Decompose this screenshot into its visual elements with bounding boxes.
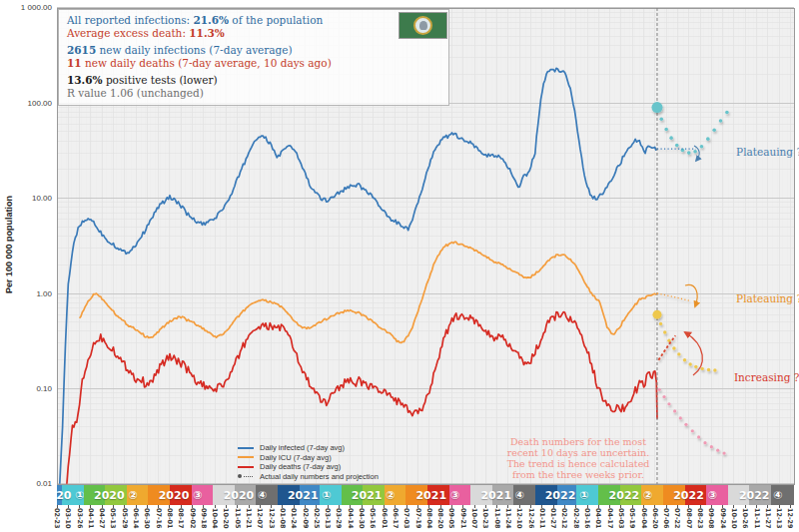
y-axis-tick-label: 10.00 (32, 194, 53, 203)
x-axis-date-label: 10-04 (211, 508, 219, 528)
quarter-band-label: 2020 ③ (148, 485, 213, 505)
quarter-band-label: 2021 ④ (470, 485, 535, 505)
legend-item: Actual daily numbers and projection (238, 472, 379, 482)
x-axis-date-label: 10-26 (741, 508, 749, 528)
x-axis-date-label: 02-12 (560, 508, 568, 528)
summary-panel: All reported infections: 21.6% of the po… (58, 9, 449, 106)
reported-infections-value: 21.6% (193, 14, 229, 26)
latest-daily-icu-dot (652, 310, 661, 319)
x-axis-date-label: 09-24 (719, 508, 727, 528)
icu-actual-projection-dot (663, 330, 666, 333)
y-axis-tick-label: 1 000.00 (21, 3, 53, 12)
reported-infections-text: All reported infections: (67, 14, 193, 26)
deaths-actual-projection-dot (710, 445, 713, 448)
excess-death-value: 11.3% (189, 27, 225, 39)
infections-actual-projection-dot (693, 150, 697, 154)
legend-swatch-icon (238, 474, 255, 478)
x-axis-date-label: 09-21 (459, 508, 467, 528)
x-axis-date-label: 02-28 (572, 508, 580, 528)
chart-legend: Daily infected (7-day avg)Daily ICU (7-d… (238, 443, 379, 481)
x-axis-date-label: 08-17 (177, 508, 185, 528)
deaths-actual-projection-dot (667, 402, 670, 405)
infections-actual-projection-dot (700, 145, 704, 149)
x-axis-date-label: 06-17 (392, 508, 400, 528)
legend-swatch-icon (238, 466, 255, 468)
washington-flag-icon (399, 12, 447, 39)
deaths-actual-projection-dot (716, 449, 719, 452)
quarter-band-label: 2021 ② (342, 485, 405, 505)
x-axis-date-label: 09-18 (200, 508, 208, 528)
x-axis-date-label: 02-25 (313, 508, 321, 528)
deaths-actual-projection-dot (662, 395, 665, 398)
x-axis-date-label: 05-16 (369, 508, 377, 528)
x-axis-date-label: 06-14 (132, 508, 140, 528)
icu-actual-projection-dot (677, 352, 680, 355)
positive-tests-line: 13.6% positive tests (lower) (67, 74, 440, 87)
deaths-actual-projection-dot (691, 429, 694, 432)
icu-actual-projection-dot (683, 358, 686, 361)
y-axis-tick-label: 1.00 (36, 289, 52, 298)
deaths-actual-projection-dot (679, 416, 682, 419)
deaths-actual-projection-dot (684, 423, 687, 426)
x-axis-date-label: 03-26 (76, 508, 84, 528)
infections-actual-projection-dot (712, 128, 716, 132)
deaths-actual-projection-dot (703, 441, 706, 444)
infections-actual-projection-dot (664, 128, 668, 132)
x-axis-date-label: 10-20 (222, 508, 230, 528)
x-axis-date-label: 09-05 (447, 508, 455, 528)
positive-tests-text: positive tests (lower) (103, 74, 218, 86)
x-axis-date-label: 10-23 (481, 508, 489, 528)
quarter-band-label: 2022 ① (535, 485, 599, 505)
latest-daily-infections-dot (651, 102, 662, 113)
quarter-band-label: 20 ① (57, 485, 84, 505)
x-axis-date-label: 11-08 (493, 508, 501, 528)
infections-actual-projection-dot (659, 117, 663, 121)
legend-swatch-icon (238, 447, 255, 449)
legend-item: Daily infected (7-day avg) (238, 443, 379, 453)
r-value-line: R value 1.06 (unchanged) (67, 87, 440, 100)
legend-swatch-icon (238, 456, 255, 458)
daily-infections-text: new daily infections (7-day average) (96, 44, 292, 56)
x-axis-date-label: 03-10 (64, 508, 72, 528)
quarter-band-label: 2022 ④ (728, 485, 794, 505)
daily-deaths-line: 11 new daily deaths (7-day average, 10 d… (67, 57, 440, 70)
x-axis-date-label: 04-01 (594, 508, 602, 528)
reported-infections-line: All reported infections: 21.6% of the po… (67, 14, 440, 27)
y-axis-tick-label: 0.10 (36, 384, 52, 393)
x-axis-date-label: 04-14 (347, 508, 355, 528)
x-axis-date-label: 02-23 (53, 508, 61, 528)
x-axis-date-label: 11-11 (753, 508, 761, 528)
x-axis-date-label: 06-20 (651, 508, 659, 528)
x-axis-date-label: 05-19 (628, 508, 636, 528)
x-axis-date-label: 12-29 (786, 508, 794, 528)
deaths-trend-label: Increasing ? (734, 371, 799, 383)
icu-actual-projection-dot (659, 322, 662, 325)
x-axis-date-label: 12-23 (268, 508, 276, 528)
x-axis-date-label: 05-13 (109, 508, 117, 528)
excess-death-line: Average excess death: 11.3% (67, 27, 440, 40)
quarter-band-axis: 20 ①2020 ②2020 ③2020 ④2021 ①2021 ②2021 ③… (0, 485, 799, 505)
icu-actual-projection-dot (700, 367, 703, 370)
y-axis-title: Per 100 000 population (4, 170, 14, 319)
legend-label: Daily ICU (7-day avg) (260, 453, 332, 462)
x-axis-date-label: 11-27 (764, 508, 772, 528)
x-axis-date-label: 12-07 (256, 508, 264, 528)
daily-deaths-value: 11 (67, 57, 82, 69)
x-axis-date-label: 08-04 (425, 508, 433, 528)
x-axis-date-label: 09-08 (707, 508, 715, 528)
deaths-actual-projection-dot (673, 409, 676, 412)
x-axis-date-label: 04-17 (606, 508, 614, 528)
x-axis-date-label: 10-10 (730, 508, 738, 528)
date-axis: 02-2303-1003-2604-1104-2705-1305-2906-14… (0, 505, 799, 532)
quarter-band-label: 2021 ① (278, 485, 342, 505)
x-axis-date-label: 01-08 (279, 508, 287, 528)
icu-actual-projection-dot (672, 346, 675, 349)
quarter-band-label: 2020 ② (84, 485, 148, 505)
x-axis-date-label: 03-13 (324, 508, 332, 528)
legend-label: Daily deaths (7-day avg) (260, 462, 341, 471)
quarter-band-label: 2022 ② (598, 485, 662, 505)
x-axis-date-label: 07-19 (414, 508, 422, 528)
x-axis-date-label: 07-22 (673, 508, 681, 528)
quarter-band-label: 2022 ③ (663, 485, 728, 505)
infections-actual-projection-dot (669, 136, 673, 140)
